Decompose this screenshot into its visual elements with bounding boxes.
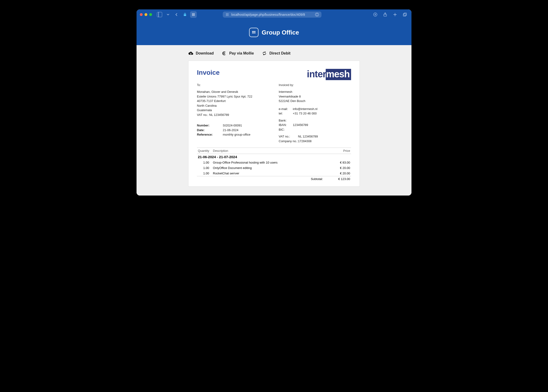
bic-label: BIC: bbox=[279, 127, 293, 132]
date-label: Date: bbox=[197, 128, 223, 133]
svg-point-4 bbox=[192, 14, 193, 15]
app-header: Group Office bbox=[137, 20, 411, 45]
tel-value: +31 73 20 46 000 bbox=[293, 111, 317, 116]
app-title: Group Office bbox=[262, 29, 299, 36]
browser-toolbar: localhost/api/page.php/business/finance/… bbox=[137, 9, 411, 20]
reference-label: Reference: bbox=[197, 132, 223, 137]
line-desc: Group-Office Professional hosting with 1… bbox=[212, 160, 332, 165]
company-value: 17284308 bbox=[298, 139, 312, 144]
col-description: Description bbox=[212, 148, 332, 154]
cloud-download-icon bbox=[188, 51, 193, 56]
svg-point-5 bbox=[193, 14, 194, 15]
download-label: Download bbox=[196, 51, 214, 56]
svg-point-16 bbox=[226, 15, 227, 16]
svg-point-24 bbox=[253, 31, 254, 32]
col-quantity: Quantity bbox=[197, 148, 212, 154]
minimize-window-button[interactable] bbox=[145, 13, 147, 16]
vat-value: NL 123456789 bbox=[298, 134, 318, 139]
content-area: Download Pay via Mollie Direct Debit Inv… bbox=[137, 45, 411, 196]
svg-point-23 bbox=[252, 31, 253, 32]
url-text: localhost/api/page.php/business/finance/… bbox=[231, 13, 313, 16]
invoice-title: Invoice bbox=[197, 69, 220, 76]
svg-point-13 bbox=[226, 14, 227, 15]
invoiced-by-block: Invoiced by: Intermesh Veemarktkade 8 52… bbox=[279, 83, 351, 143]
direct-debit-label: Direct Debit bbox=[269, 51, 291, 56]
vendor-logo-part2: mesh bbox=[326, 69, 351, 80]
app-grid-icon[interactable] bbox=[190, 11, 197, 18]
svg-point-15 bbox=[228, 14, 229, 15]
line-qty: 1.00 bbox=[197, 171, 212, 176]
svg-rect-21 bbox=[403, 14, 406, 16]
svg-point-17 bbox=[227, 15, 228, 16]
browser-right-controls bbox=[372, 11, 408, 18]
sidebar-toggle-icon[interactable] bbox=[156, 11, 163, 18]
line-items-table: Quantity Description Price 21-06-2024 - … bbox=[197, 147, 351, 182]
svg-rect-0 bbox=[184, 14, 186, 16]
svg-point-25 bbox=[254, 31, 255, 32]
line-item-row: 1.00RocketChat serrver€ 20.00 bbox=[197, 171, 351, 176]
svg-point-26 bbox=[252, 32, 253, 33]
vendor-contact: e-mail:info@intermesh.nl tel:+31 73 20 4… bbox=[279, 104, 351, 144]
line-price: € 20.00 bbox=[332, 165, 351, 171]
svg-rect-22 bbox=[404, 13, 407, 15]
bank-label: Bank: bbox=[279, 118, 293, 123]
svg-point-7 bbox=[192, 15, 193, 16]
svg-point-10 bbox=[226, 13, 227, 14]
billing-period: 21-06-2024 - 21-07-2024 bbox=[197, 154, 351, 160]
email-value: info@intermesh.nl bbox=[293, 107, 318, 111]
url-overflow-icon[interactable]: ••• bbox=[315, 13, 319, 17]
lock-icon[interactable] bbox=[182, 11, 188, 18]
chevron-down-icon[interactable] bbox=[165, 11, 171, 18]
svg-point-2 bbox=[193, 13, 194, 14]
line-price: € 83.00 bbox=[332, 160, 351, 165]
to-label: To: bbox=[197, 83, 269, 87]
site-grid-icon bbox=[225, 13, 229, 17]
pay-button[interactable]: Pay via Mollie bbox=[222, 51, 254, 56]
vendor-logo: intermesh bbox=[307, 69, 351, 80]
invoiced-by-label: Invoiced by: bbox=[279, 83, 351, 87]
pay-label: Pay via Mollie bbox=[229, 51, 254, 56]
iban-label: IBAN: bbox=[279, 123, 293, 127]
svg-point-3 bbox=[194, 13, 195, 14]
window-controls bbox=[140, 13, 152, 16]
number-label: Number: bbox=[197, 123, 223, 128]
tab-overview-icon[interactable] bbox=[402, 11, 408, 18]
svg-point-8 bbox=[193, 15, 194, 16]
browser-window: localhost/api/page.php/business/finance/… bbox=[137, 9, 411, 196]
line-desc: OnlyOffice Document editing bbox=[212, 165, 332, 171]
new-tab-icon[interactable] bbox=[392, 11, 398, 18]
svg-point-28 bbox=[254, 32, 255, 33]
number-value: SI2024-00091 bbox=[223, 123, 242, 128]
invoice-document: Invoice intermesh To: Monahan, Glover an… bbox=[188, 61, 360, 187]
download-button[interactable]: Download bbox=[188, 51, 214, 56]
share-icon[interactable] bbox=[382, 11, 388, 18]
line-desc: RocketChat serrver bbox=[212, 171, 332, 176]
tel-label: tel: bbox=[279, 111, 293, 116]
back-icon[interactable] bbox=[173, 11, 180, 18]
line-price: € 20.00 bbox=[332, 171, 351, 176]
from-address: Intermesh Veemarktkade 8 5222AE Den Bosc… bbox=[279, 90, 351, 103]
close-window-button[interactable] bbox=[140, 13, 143, 16]
svg-point-12 bbox=[228, 13, 229, 14]
maximize-window-button[interactable] bbox=[149, 13, 152, 16]
email-label: e-mail: bbox=[279, 107, 293, 111]
svg-point-18 bbox=[228, 15, 229, 16]
svg-point-14 bbox=[227, 14, 228, 15]
downloads-icon[interactable] bbox=[372, 11, 379, 18]
direct-debit-button[interactable]: Direct Debit bbox=[262, 51, 291, 56]
svg-point-27 bbox=[253, 32, 254, 33]
subtotal-label: Subtotal: bbox=[212, 176, 332, 182]
address-bar[interactable]: localhost/api/page.php/business/finance/… bbox=[223, 12, 321, 18]
line-qty: 1.00 bbox=[197, 165, 212, 171]
sync-icon bbox=[262, 51, 267, 56]
col-price: Price bbox=[332, 148, 351, 154]
svg-point-11 bbox=[227, 13, 228, 14]
company-label: Company no.: bbox=[279, 139, 298, 144]
date-value: 21-06-2024 bbox=[223, 128, 238, 133]
vendor-logo-part1: inter bbox=[307, 69, 326, 79]
action-toolbar: Download Pay via Mollie Direct Debit bbox=[137, 45, 411, 61]
reference-value: monthly group-office bbox=[223, 132, 250, 137]
subtotal-value: € 123.00 bbox=[332, 176, 351, 182]
invoice-meta: Number: SI2024-00091 Date: 21-06-2024 Re… bbox=[197, 123, 269, 137]
iban-value: 123456789 bbox=[293, 123, 308, 127]
